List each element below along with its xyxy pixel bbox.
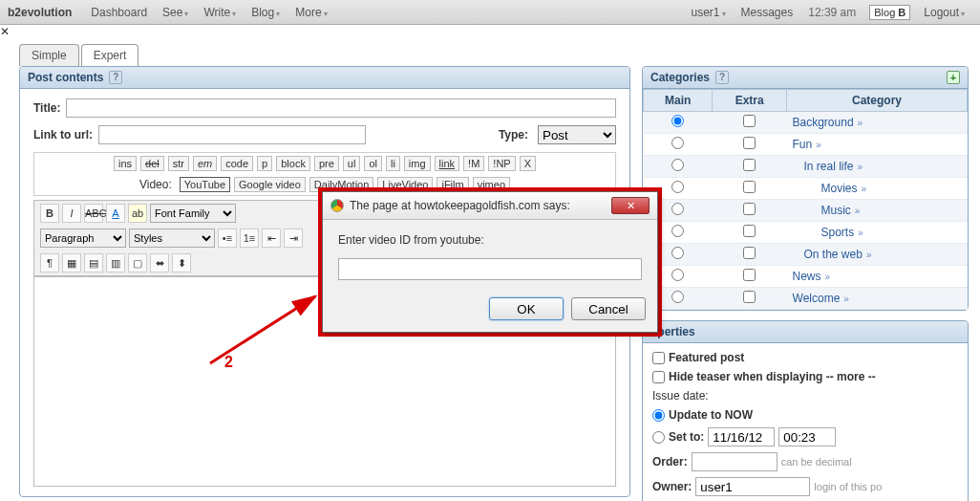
main-radio[interactable]: [671, 269, 684, 281]
nav-logout[interactable]: Logout▾: [924, 6, 965, 19]
numlist-icon[interactable]: 1≡: [240, 229, 259, 248]
split-icon[interactable]: ⬍: [172, 253, 191, 272]
annotation-number: 2: [224, 354, 233, 371]
cancel-button[interactable]: Cancel: [571, 297, 646, 320]
highlight-icon[interactable]: ab: [128, 204, 147, 223]
update-now-radio[interactable]: [652, 409, 665, 422]
btn-del[interactable]: del: [140, 156, 164, 171]
hide-teaser-checkbox[interactable]: [652, 371, 665, 383]
btn-str[interactable]: str: [168, 156, 189, 171]
styles-select[interactable]: Styles: [129, 229, 215, 248]
category-link[interactable]: Sports: [821, 226, 855, 239]
paragraph-select[interactable]: Paragraph: [40, 229, 126, 248]
nav-dashboard[interactable]: Dashboard: [91, 6, 147, 19]
extra-checkbox[interactable]: [743, 115, 756, 127]
main-radio[interactable]: [671, 137, 684, 149]
btn-x[interactable]: X: [520, 156, 536, 171]
extra-checkbox[interactable]: [743, 159, 756, 171]
nav-messages[interactable]: Messages: [741, 6, 794, 19]
btn-googlevideo[interactable]: Google video: [234, 177, 306, 192]
extra-checkbox[interactable]: [743, 225, 756, 237]
extra-checkbox[interactable]: [743, 269, 756, 281]
dialog-input[interactable]: [338, 258, 642, 280]
fontcolor-icon[interactable]: A: [106, 204, 125, 223]
category-link[interactable]: Movies: [821, 182, 858, 195]
btn-em[interactable]: em: [193, 156, 217, 171]
extra-checkbox[interactable]: [743, 137, 756, 149]
btn-ul[interactable]: ul: [343, 156, 361, 171]
category-link[interactable]: Fun: [793, 138, 813, 151]
title-input[interactable]: [66, 98, 616, 118]
main-radio[interactable]: [671, 181, 684, 193]
date-input[interactable]: [708, 427, 775, 447]
category-link[interactable]: Welcome: [793, 292, 841, 305]
url-input[interactable]: [98, 125, 366, 144]
outdent-icon[interactable]: ⇤: [262, 229, 281, 248]
indent-icon[interactable]: ⇥: [284, 229, 303, 248]
tablerow-icon[interactable]: ▤: [84, 253, 103, 272]
btn-np[interactable]: !NP: [488, 156, 515, 171]
set-to-label: Set to:: [669, 430, 704, 444]
tab-simple[interactable]: Simple: [19, 44, 79, 66]
strike-icon[interactable]: ABC: [84, 204, 103, 223]
italic-icon[interactable]: I: [62, 204, 81, 223]
extra-checkbox[interactable]: [743, 203, 756, 215]
category-link[interactable]: Music: [821, 204, 851, 217]
bold-icon[interactable]: B: [40, 204, 59, 223]
type-select[interactable]: Post: [538, 125, 616, 144]
category-link[interactable]: On the web: [804, 248, 863, 261]
chevron-right-icon: »: [816, 140, 821, 150]
main-radio[interactable]: [671, 115, 684, 127]
category-link[interactable]: Background: [793, 116, 854, 129]
btn-code[interactable]: code: [221, 156, 253, 171]
main-radio[interactable]: [671, 203, 684, 215]
btn-li[interactable]: li: [386, 156, 400, 171]
btn-img[interactable]: img: [404, 156, 431, 171]
tab-expert[interactable]: Expert: [81, 44, 139, 66]
category-link[interactable]: News: [793, 270, 821, 283]
btn-block[interactable]: block: [276, 156, 310, 171]
time-input[interactable]: [778, 427, 836, 447]
main-radio[interactable]: [671, 159, 684, 171]
tabledel-icon[interactable]: ▢: [128, 253, 147, 272]
merge-icon[interactable]: ⬌: [150, 253, 169, 272]
nav-see[interactable]: See▾: [162, 6, 188, 19]
btn-pre[interactable]: pre: [314, 156, 339, 171]
order-input[interactable]: [692, 452, 778, 471]
nav-blog[interactable]: Blog▾: [251, 6, 280, 19]
nav-user[interactable]: user1▾: [691, 6, 725, 19]
set-to-radio[interactable]: [652, 431, 665, 444]
featured-checkbox[interactable]: [652, 352, 665, 364]
nav-more[interactable]: More▾: [295, 6, 327, 19]
blog-button[interactable]: Blog B: [869, 5, 910, 20]
btn-ins[interactable]: ins: [114, 156, 137, 171]
btn-p[interactable]: p: [257, 156, 272, 171]
btn-ol[interactable]: ol: [364, 156, 382, 171]
pilcrow-icon[interactable]: ¶: [40, 253, 59, 272]
dialog-close-icon[interactable]: ✕: [611, 197, 650, 214]
table-row: Welcome»: [644, 288, 968, 310]
extra-checkbox[interactable]: [743, 181, 756, 193]
table-icon[interactable]: ▦: [62, 253, 81, 272]
tablecol-icon[interactable]: ▥: [106, 253, 125, 272]
extra-checkbox[interactable]: [743, 291, 756, 303]
owner-input[interactable]: [695, 477, 810, 496]
nav-write[interactable]: Write▾: [203, 6, 236, 19]
category-link[interactable]: In real life: [804, 160, 854, 173]
btn-link[interactable]: link: [435, 156, 460, 171]
main-radio[interactable]: [671, 247, 684, 259]
ok-button[interactable]: OK: [489, 297, 564, 320]
hide-teaser-label: Hide teaser when displaying -- more --: [669, 370, 876, 383]
extra-checkbox[interactable]: [743, 247, 756, 259]
order-label: Order:: [652, 455, 688, 468]
btn-youtube[interactable]: YouTube: [180, 177, 230, 192]
bullist-icon[interactable]: •≡: [218, 229, 237, 248]
btn-m[interactable]: !M: [463, 156, 484, 171]
help-icon[interactable]: ?: [109, 71, 122, 84]
font-family-select[interactable]: Font Family: [150, 204, 236, 223]
close-icon[interactable]: ✕: [0, 25, 980, 38]
main-radio[interactable]: [671, 225, 684, 237]
main-radio[interactable]: [671, 291, 684, 303]
add-category-icon[interactable]: +: [947, 71, 960, 84]
help-icon[interactable]: ?: [715, 71, 729, 84]
